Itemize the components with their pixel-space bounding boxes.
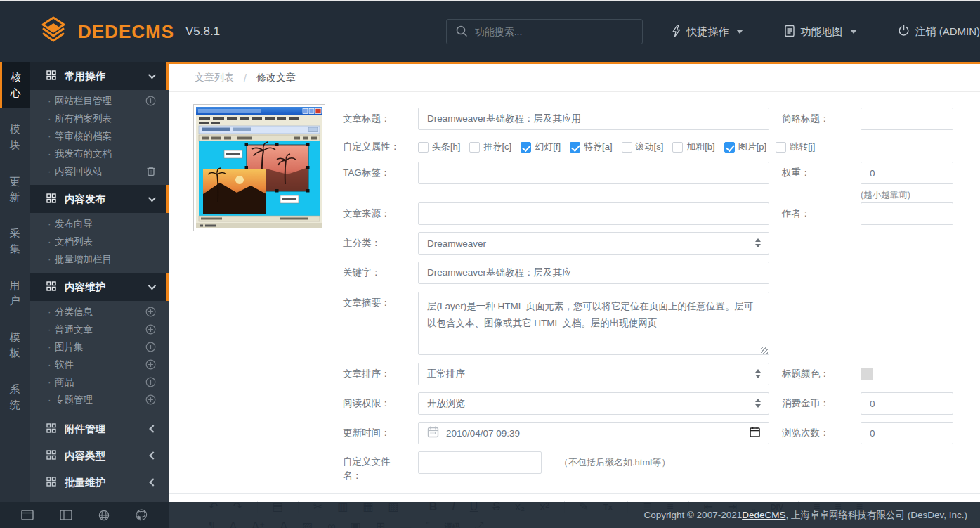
attr-label: 加粗[b] <box>686 141 714 153</box>
bullet-icon: · <box>48 96 51 106</box>
checkbox-icon[interactable] <box>469 142 480 153</box>
sidebar-section-附件管理[interactable]: 附件管理 <box>30 418 169 440</box>
breadcrumb-article-list[interactable]: 文章列表 <box>195 72 234 84</box>
rail-item-系统[interactable]: 系 统 <box>0 374 30 420</box>
article-thumbnail[interactable] <box>193 104 325 231</box>
attr-checkbox-头条[h][interactable]: 头条[h] <box>418 141 460 153</box>
sort-label: 文章排序： <box>343 363 416 385</box>
copyright-prefix: Copyright © 2007-2021 <box>643 510 742 520</box>
trash-icon[interactable] <box>146 166 156 176</box>
section-title: 附件管理 <box>65 423 105 436</box>
update-time-input[interactable]: 2010/04/07 09:39 <box>418 422 769 444</box>
logout-button[interactable]: 注销 (ADMIN) <box>898 25 980 39</box>
sidebar-item-批量增加栏目[interactable]: · 批量增加栏目 <box>30 250 169 268</box>
attr-checkbox-推荐[c][interactable]: 推荐[c] <box>469 141 511 153</box>
source-label: 文章来源： <box>343 202 416 225</box>
rail-item-模板[interactable]: 模 板 <box>0 322 30 368</box>
author-label: 作者： <box>782 202 855 225</box>
globe-icon[interactable] <box>98 510 110 521</box>
sidebar-section-内容发布[interactable]: 内容发布 <box>30 185 169 213</box>
weight-hint: (越小越靠前) <box>861 189 910 201</box>
abstract-textarea[interactable]: 层(Layer)是一种 HTML 页面元素，您可以将它定位在页面上的任意位置。层… <box>418 292 769 355</box>
bullet-icon: · <box>48 377 51 387</box>
coin-input[interactable] <box>861 392 953 415</box>
checkbox-icon[interactable] <box>672 142 683 153</box>
sort-select[interactable]: 正常排序 <box>418 363 769 385</box>
author-input[interactable] <box>861 202 953 225</box>
dedecms-link[interactable]: DedeCMS <box>742 510 785 520</box>
sidebar-item-我发布的文档[interactable]: · 我发布的文档 <box>30 145 169 162</box>
checkbox-icon[interactable] <box>622 142 632 153</box>
sidebar-item-label: 文档列表 <box>55 236 93 248</box>
plus-circle-icon[interactable] <box>145 342 156 352</box>
checkbox-checked-icon[interactable] <box>724 142 735 153</box>
source-input[interactable] <box>418 202 769 225</box>
rail-item-更新[interactable]: 更 新 <box>0 166 30 212</box>
sidebar-layout-icon[interactable] <box>60 510 72 520</box>
sidebar-item-等审核的档案[interactable]: · 等审核的档案 <box>30 127 169 145</box>
main-content: 文章列表 / 修改文章 <box>169 62 980 528</box>
attr-checkbox-图片[p][interactable]: 图片[p] <box>724 141 766 153</box>
custom-attrs-group: 头条[h]推荐[c]幻灯[f]特荐[a]滚动[s]加粗[b]图片[p]跳转[j] <box>418 140 824 154</box>
plus-circle-icon[interactable] <box>145 377 156 387</box>
title-color-swatch[interactable] <box>861 368 873 380</box>
plus-circle-icon[interactable] <box>145 96 156 106</box>
plus-circle-icon[interactable] <box>145 324 156 335</box>
bullet-icon: · <box>48 219 51 229</box>
copyright-suffix: , 上海卓卓网络科技有限公司 (DesDev, Inc.) <box>785 509 967 522</box>
browser-window-icon[interactable] <box>21 510 34 520</box>
rail-item-采集[interactable]: 采 集 <box>0 218 30 264</box>
attr-checkbox-加粗[b][interactable]: 加粗[b] <box>672 141 714 153</box>
app-title: DEDECMS <box>78 21 174 43</box>
chevron-down-icon <box>850 30 857 34</box>
article-title-input[interactable] <box>418 108 769 130</box>
attr-checkbox-幻灯[f][interactable]: 幻灯[f] <box>521 141 561 153</box>
rail-item-模块[interactable]: 模 块 <box>0 114 30 160</box>
tag-input[interactable] <box>418 162 769 184</box>
feature-map-menu[interactable]: 功能地图 <box>784 25 857 39</box>
sidebar-item-所有档案列表[interactable]: · 所有档案列表 <box>30 110 169 127</box>
function-search[interactable] <box>446 19 643 44</box>
sidebar-item-网站栏目管理[interactable]: · 网站栏目管理 <box>30 92 169 110</box>
sidebar-item-发布向导[interactable]: · 发布向导 <box>30 215 169 233</box>
sidebar-item-内容回收站[interactable]: · 内容回收站 <box>30 162 169 180</box>
sidebar-item-软件[interactable]: · 软件 <box>30 356 169 373</box>
footer: Copyright © 2007-2021 DedeCMS , 上海卓卓网络科技… <box>0 502 980 528</box>
sidebar-item-文档列表[interactable]: · 文档列表 <box>30 233 169 250</box>
plus-circle-icon[interactable] <box>145 359 156 370</box>
date-picker-icon[interactable] <box>750 427 760 439</box>
checkbox-icon[interactable] <box>418 142 429 153</box>
attr-checkbox-特荐[a][interactable]: 特荐[a] <box>570 141 612 153</box>
sidebar-section-内容维护[interactable]: 内容维护 <box>30 273 169 301</box>
weight-input[interactable] <box>861 162 953 184</box>
plus-circle-icon[interactable] <box>145 394 156 405</box>
category-select[interactable]: Dreamweaver <box>418 232 769 255</box>
sidebar-item-商品[interactable]: · 商品 <box>30 373 169 391</box>
attr-checkbox-跳转[j][interactable]: 跳转[j] <box>776 141 815 153</box>
rail-item-用户[interactable]: 用 户 <box>0 270 30 316</box>
sidebar-footer <box>0 502 169 528</box>
views-input[interactable] <box>861 422 953 444</box>
sidebar-section-批量维护[interactable]: 批量维护 <box>30 471 169 494</box>
plus-circle-icon[interactable] <box>145 307 156 317</box>
filename-input[interactable] <box>418 451 542 474</box>
sidebar-item-图片集[interactable]: · 图片集 <box>30 338 169 356</box>
checkbox-icon[interactable] <box>776 142 786 153</box>
short-title-input[interactable] <box>861 108 953 130</box>
sidebar-section-内容类型[interactable]: 内容类型 <box>30 444 169 467</box>
rail-item-核心[interactable]: 核 心 <box>0 62 30 108</box>
sidebar-section-常用操作[interactable]: 常用操作 <box>30 62 169 90</box>
search-input[interactable] <box>475 26 622 37</box>
section-title: 内容维护 <box>65 281 105 294</box>
checkbox-checked-icon[interactable] <box>570 142 580 153</box>
sidebar-item-分类信息[interactable]: · 分类信息 <box>30 303 169 321</box>
perm-select[interactable]: 开放浏览 <box>418 392 769 415</box>
sidebar-item-专题管理[interactable]: · 专题管理 <box>30 391 169 408</box>
sidebar-item-普通文章[interactable]: · 普通文章 <box>30 321 169 338</box>
checkbox-checked-icon[interactable] <box>521 142 531 153</box>
brand[interactable]: DEDECMS V5.8.1 <box>0 15 295 48</box>
github-icon[interactable] <box>136 509 148 521</box>
keywords-input[interactable] <box>418 262 769 284</box>
attr-checkbox-滚动[s][interactable]: 滚动[s] <box>622 141 664 153</box>
quick-actions-menu[interactable]: 快捷操作 <box>671 25 743 39</box>
